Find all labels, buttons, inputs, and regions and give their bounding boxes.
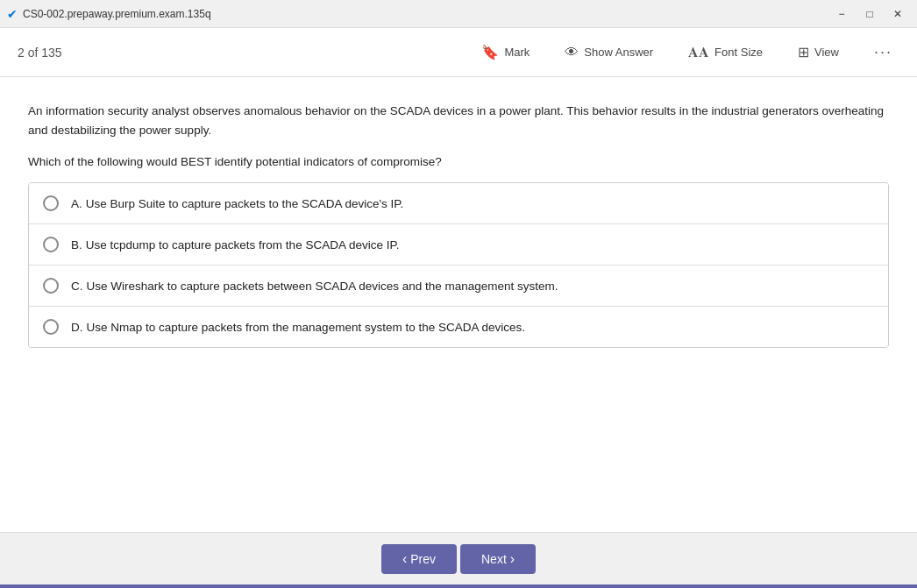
- bottom-nav: ‹ Prev Next ›: [0, 532, 917, 584]
- answer-label-c: C.: [71, 280, 83, 293]
- close-button[interactable]: ✕: [885, 5, 910, 23]
- app-icon: ✔: [7, 7, 18, 21]
- radio-b: [43, 237, 59, 252]
- prev-arrow-icon: ‹: [402, 551, 407, 567]
- minimize-button[interactable]: −: [829, 5, 854, 23]
- question-paragraph: An information security analyst observes…: [28, 102, 889, 139]
- answer-option-a[interactable]: A. Use Burp Suite to capture packets to …: [29, 183, 888, 224]
- answer-label-a: A.: [71, 197, 82, 210]
- next-label: Next: [481, 552, 507, 566]
- main-content: An information security analyst observes…: [0, 77, 917, 532]
- answer-label-b: B.: [71, 238, 82, 251]
- mark-label: Mark: [504, 46, 530, 59]
- eye-icon: 👁: [565, 45, 579, 60]
- font-size-label: Font Size: [714, 46, 763, 59]
- radio-c: [43, 278, 59, 294]
- window-controls: − □ ✕: [829, 5, 910, 23]
- bottom-accent-bar: [0, 584, 917, 588]
- view-label: View: [814, 46, 839, 59]
- toolbar: 2 of 135 🔖 Mark 👁 Show Answer 𝐀𝐀 Font Si…: [0, 28, 917, 77]
- question-prompt: Which of the following would BEST identi…: [28, 155, 889, 168]
- answer-option-d[interactable]: D. Use Nmap to capture packets from the …: [29, 307, 888, 347]
- next-arrow-icon: ›: [510, 551, 515, 567]
- mark-button[interactable]: 🔖 Mark: [474, 40, 537, 64]
- next-button[interactable]: Next ›: [460, 544, 536, 574]
- answers-container: A. Use Burp Suite to capture packets to …: [28, 182, 889, 348]
- prev-label: Prev: [410, 552, 436, 566]
- answer-option-c[interactable]: C. Use Wireshark to capture packets betw…: [29, 266, 888, 307]
- answer-text-c: Use Wireshark to capture packets between…: [87, 280, 558, 293]
- toolbar-actions: 🔖 Mark 👁 Show Answer 𝐀𝐀 Font Size ⊞ View…: [474, 39, 899, 65]
- question-counter: 2 of 135: [18, 46, 474, 60]
- prev-button[interactable]: ‹ Prev: [381, 544, 457, 574]
- title-bar: ✔ CS0-002.prepaway.premium.exam.135q − □…: [0, 0, 917, 28]
- more-button[interactable]: ···: [867, 39, 899, 65]
- font-size-button[interactable]: 𝐀𝐀 Font Size: [681, 41, 770, 64]
- answer-text-b: Use tcpdump to capture packets from the …: [86, 238, 400, 251]
- answer-label-d: D.: [71, 321, 83, 334]
- radio-a: [43, 195, 59, 211]
- bookmark-icon: 🔖: [481, 44, 499, 60]
- maximize-button[interactable]: □: [857, 5, 882, 23]
- view-icon: ⊞: [798, 44, 809, 60]
- view-button[interactable]: ⊞ View: [791, 40, 846, 64]
- show-answer-label: Show Answer: [584, 46, 653, 59]
- show-answer-button[interactable]: 👁 Show Answer: [558, 41, 660, 64]
- answer-text-a: Use Burp Suite to capture packets to the…: [86, 197, 404, 210]
- radio-d: [43, 319, 59, 335]
- answer-option-b[interactable]: B. Use tcpdump to capture packets from t…: [29, 224, 888, 266]
- window-title: CS0-002.prepaway.premium.exam.135q: [23, 8, 829, 20]
- font-icon: 𝐀𝐀: [688, 45, 709, 60]
- answer-text-d: Use Nmap to capture packets from the man…: [87, 321, 525, 334]
